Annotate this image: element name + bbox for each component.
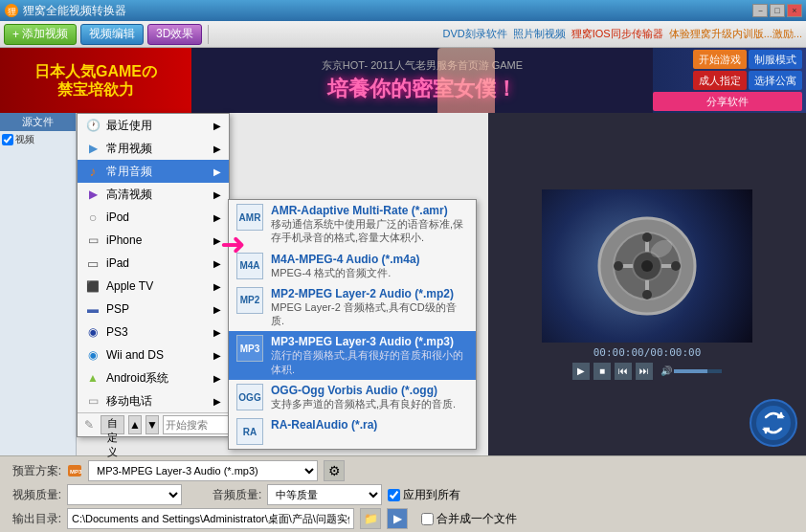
menu-arrow-hd: ▶: [213, 189, 221, 200]
toolbar-divider: [208, 25, 209, 44]
svg-point-11: [642, 290, 652, 299]
prev-button[interactable]: ⏮: [615, 363, 632, 380]
menu-arrow-ipod: ▶: [213, 212, 221, 223]
banner-left-text: 日本人気GAMEの禁宝培欲力: [34, 62, 157, 99]
uniform-mode-btn[interactable]: 制服模式: [749, 50, 802, 69]
output-path-input[interactable]: [67, 508, 354, 529]
video-quality-select[interactable]: [67, 484, 182, 505]
menu-item-appletv[interactable]: Apple TV ▶: [78, 275, 229, 298]
apartment-btn[interactable]: 选择公寓: [749, 71, 802, 90]
banner-center[interactable]: 东京HOT- 2011人气老男服务首页游 GAME 培養你的密室女僕！: [191, 48, 653, 113]
svg-point-12: [614, 261, 623, 271]
banner-left[interactable]: 日本人気GAMEの禁宝培欲力: [0, 48, 191, 113]
adult-btn[interactable]: 成人指定: [693, 71, 747, 90]
mp2-title: MP2-MPEG Layer-2 Audio (*.mp2): [271, 287, 468, 300]
add-icon: +: [12, 28, 19, 41]
title-bar-left: 狸 狸窝全能视频转换器: [4, 3, 126, 19]
menu-item-ipad[interactable]: iPad ▶: [78, 252, 229, 275]
mp2-text: MP2-MPEG Layer-2 Audio (*.mp2) MPEG Laye…: [271, 287, 468, 328]
svg-text:MP3: MP3: [70, 469, 82, 475]
menu-item-ps3[interactable]: PS3 ▶: [78, 321, 229, 344]
custom-button[interactable]: 自定义: [101, 415, 124, 434]
menu-item-common-audio[interactable]: 常用音频 ▶: [78, 160, 229, 183]
submenu-item-amr[interactable]: AMR AMR-Adaptive Multi-Rate (*.amr) 移动通信…: [229, 200, 476, 249]
iphone-icon: [85, 233, 101, 248]
output-label: 输出目录:: [4, 511, 61, 527]
common-video-icon: [85, 141, 101, 156]
play-button[interactable]: ▶: [572, 363, 590, 380]
apply-all-text: 应用到所有: [403, 487, 460, 503]
title-bar-text: 狸窝全能视频转换器: [23, 3, 126, 19]
next-button[interactable]: ⏭: [636, 363, 653, 380]
refresh-btn-area[interactable]: [749, 398, 798, 448]
volume-icon: 🔊: [660, 366, 672, 376]
submenu-item-mp2[interactable]: MP2 MP2-MPEG Layer-2 Audio (*.mp2) MPEG …: [229, 283, 476, 332]
m4a-text: M4A-MPEG-4 Audio (*.m4a) MPEG-4 格式的音频文件.: [271, 253, 468, 279]
menu-item-wii[interactable]: Wii and DS ▶: [78, 344, 229, 366]
audio-quality-select[interactable]: 中等质量: [267, 484, 382, 505]
svg-point-13: [671, 261, 681, 271]
volume-control: 🔊: [660, 366, 722, 376]
custom-arrow-down[interactable]: ▼: [146, 415, 159, 434]
source-file-thumb: 视频: [15, 133, 34, 146]
menu-common-video-label: 常用视频: [106, 141, 152, 157]
ogg-title: OGG-Ogg Vorbis Audio (*.ogg): [271, 384, 468, 397]
preset-select[interactable]: MP3-MPEG Layer-3 Audio (*.mp3): [88, 460, 318, 481]
menu-common-audio-label: 常用音频: [106, 164, 152, 180]
menu-ipad-label: iPad: [106, 256, 129, 270]
menu-item-mobile[interactable]: 移动电话 ▶: [78, 389, 229, 412]
apply-all-checkbox[interactable]: [388, 489, 400, 501]
mobile-icon: [85, 393, 101, 409]
stop-button[interactable]: ■: [593, 363, 611, 380]
video-edit-button[interactable]: 视频编辑: [80, 24, 144, 45]
menu-item-common-video[interactable]: 常用视频 ▶: [78, 137, 229, 160]
share-btn[interactable]: 分享软件: [653, 92, 802, 111]
settings-button[interactable]: ⚙: [324, 460, 345, 481]
folder-button[interactable]: 📁: [360, 508, 381, 529]
folder-open-button[interactable]: ▶: [387, 508, 408, 529]
effect-3d-label: 3D效果: [156, 26, 193, 42]
wii-icon: [85, 347, 101, 363]
photo-link[interactable]: 照片制视频: [513, 27, 566, 41]
menu-item-recent[interactable]: 最近使用 ▶: [78, 114, 229, 137]
minimize-button[interactable]: －: [752, 4, 768, 17]
svg-point-10: [642, 233, 652, 242]
close-button[interactable]: ×: [787, 4, 802, 17]
psp-icon: [85, 301, 101, 317]
menu-arrow-recent: ▶: [213, 121, 221, 131]
ogg-icon: OGG: [236, 384, 263, 410]
add-video-label: 添加视频: [22, 26, 68, 42]
source-file-row: 视频: [0, 131, 76, 148]
menu-item-psp[interactable]: PSP ▶: [78, 298, 229, 321]
main-area: 源文件 视频 最近使用 ▶ 常用视频 ▶ 常用音频 ▶: [0, 113, 806, 455]
merge-checkbox[interactable]: [421, 513, 434, 525]
mp3-text: MP3-MPEG Layer-3 Audio (*.mp3) 流行的音频格式,具…: [271, 335, 468, 376]
start-game-btn[interactable]: 开始游戏: [693, 50, 747, 69]
menu-item-ipod[interactable]: iPod ▶: [78, 206, 229, 229]
dvd-link[interactable]: DVD刻录软件: [442, 27, 506, 41]
custom-arrow-up[interactable]: ▲: [128, 415, 142, 434]
volume-track[interactable]: [674, 369, 722, 373]
menu-item-hd[interactable]: 高清视频 ▶: [78, 183, 229, 206]
m4a-title: M4A-MPEG-4 Audio (*.m4a): [271, 253, 468, 266]
menu-arrow-video: ▶: [213, 144, 221, 154]
submenu-item-ra[interactable]: RA RA-RealAudio (*.ra): [229, 414, 476, 449]
upgrade-link[interactable]: 体验狸窝升级内训版...激励...: [669, 27, 802, 41]
effect-3d-button[interactable]: 3D效果: [147, 24, 202, 45]
menu-recent-label: 最近使用: [106, 118, 152, 134]
maximize-button[interactable]: □: [770, 4, 785, 17]
ios-link[interactable]: 狸窝IOS同步传输器: [571, 27, 663, 41]
menu-item-iphone[interactable]: iPhone ▶: [78, 229, 229, 252]
submenu-item-m4a[interactable]: M4A M4A-MPEG-4 Audio (*.m4a) MPEG-4 格式的音…: [229, 249, 476, 283]
preview-time: 00:00:00/00:00:00: [593, 346, 702, 359]
add-video-button[interactable]: + 添加视频: [4, 24, 77, 45]
quality-row: 视频质量: 音频质量: 中等质量 应用到所有: [4, 484, 802, 505]
apply-all-label: 应用到所有: [388, 487, 460, 503]
ipod-icon: [85, 210, 101, 225]
android-icon: [85, 370, 101, 386]
submenu-item-ogg[interactable]: OGG OGG-Ogg Vorbis Audio (*.ogg) 支持多声道的音…: [229, 380, 476, 414]
submenu-item-mp3[interactable]: MP3 MP3-MPEG Layer-3 Audio (*.mp3) 流行的音频…: [229, 331, 476, 380]
source-checkbox[interactable]: [2, 134, 13, 145]
menu-item-android[interactable]: Android系统 ▶: [78, 366, 229, 389]
merge-text: 合并成一个文件: [437, 511, 517, 527]
